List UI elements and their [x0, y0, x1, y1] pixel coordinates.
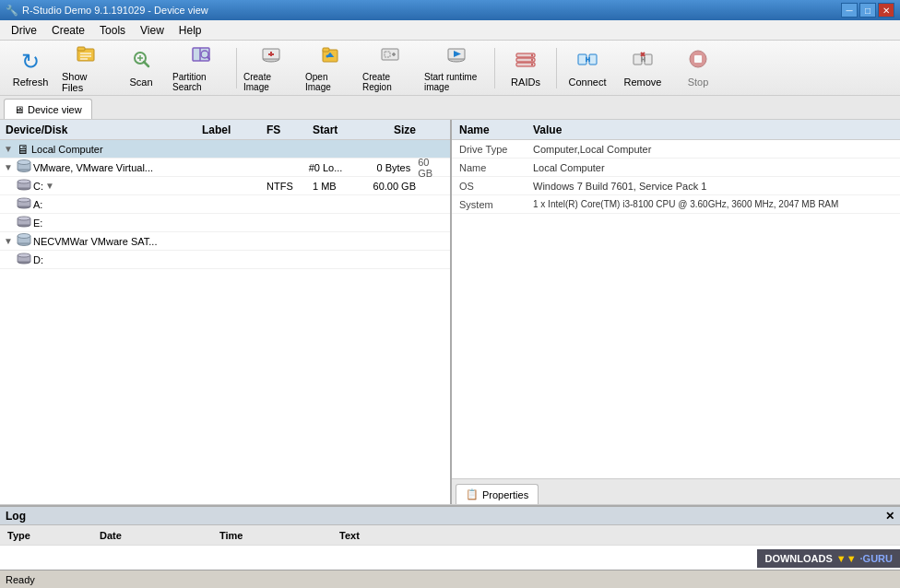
device-name: A: [33, 199, 42, 210]
expand-arrow: ▼ [4, 236, 15, 246]
minimize-button[interactable]: ─ [841, 3, 858, 18]
refresh-button[interactable]: ↻ Refresh [4, 43, 57, 93]
size-cell: 0 Bytes [360, 162, 414, 173]
create-image-icon [261, 44, 281, 70]
raids-button[interactable]: RAIDs [499, 43, 552, 93]
open-image-label: Open Image [305, 72, 355, 92]
computer-icon: 🖥 [17, 142, 30, 157]
status-text: Ready [6, 574, 35, 585]
menu-view[interactable]: View [133, 22, 172, 39]
partition-search-label: Partition Search [172, 72, 230, 92]
scan-button[interactable]: Scan [114, 43, 168, 93]
connect-label: Connect [569, 76, 607, 88]
expand-arrow: ▼ [4, 162, 15, 172]
list-item[interactable]: ▶ E: [0, 214, 450, 232]
list-item[interactable]: ▶ D: [0, 251, 450, 269]
title-bar-left: 🔧 R-Studio Demo 9.1.191029 - Device view [6, 5, 208, 17]
properties-tab-label: Properties [482, 489, 528, 500]
svg-line-12 [207, 57, 209, 59]
properties-tab[interactable]: 📋 Properties [456, 484, 539, 504]
open-image-icon [320, 44, 340, 70]
remove-icon [633, 49, 653, 75]
device-col-header: Device/Disk [0, 122, 198, 138]
size-cell: 60.00 GB [364, 181, 420, 192]
connect-icon [577, 49, 598, 75]
fs-cell: NTFS [263, 181, 309, 192]
raids-label: RAIDs [511, 76, 540, 88]
device-name: Local Computer [31, 144, 103, 155]
log-header: Log ✕ [0, 507, 900, 525]
create-image-button[interactable]: Create Image [241, 43, 301, 93]
menu-bar: Drive Create Tools View Help [0, 20, 900, 41]
prop-name: Drive Type [452, 142, 526, 157]
start-runtime-icon [446, 44, 467, 70]
label-col-header: Label [198, 122, 263, 138]
log-time-header: Time [212, 528, 332, 543]
device-panel: Device/Disk Label FS Start Size ▼ 🖥 Loca… [0, 120, 452, 504]
device-name: D: [33, 254, 43, 265]
svg-point-52 [18, 180, 30, 183]
log-text-header: Text [332, 528, 900, 543]
remove-button[interactable]: Remove [616, 43, 669, 93]
menu-drive[interactable]: Drive [4, 22, 44, 39]
list-item[interactable]: ▼ VMware, VMware Virtual... #0 Lo... 0 B… [0, 159, 450, 177]
close-button[interactable]: ✕ [878, 3, 894, 18]
device-name: VMware, VMware Virtual... [33, 162, 153, 173]
create-image-label: Create Image [243, 72, 298, 92]
menu-create[interactable]: Create [44, 22, 92, 39]
show-files-icon [76, 43, 96, 69]
properties-tab-icon: 📋 [466, 488, 479, 500]
svg-point-31 [531, 59, 533, 61]
watermark: DOWNLOADS ▼▼ ·GURU [757, 549, 900, 568]
partition-search-button[interactable]: Partition Search [170, 43, 232, 93]
connect-button[interactable]: Connect [561, 43, 614, 93]
extra-size: 60 GB [414, 157, 450, 179]
log-close-icon[interactable]: ✕ [885, 510, 894, 523]
expand-arrow: ▼ [4, 144, 15, 154]
watermark-icon: ▼▼ [836, 553, 857, 564]
svg-rect-33 [578, 54, 586, 65]
disk-icon [17, 232, 31, 250]
svg-rect-34 [589, 54, 597, 65]
stop-label: Stop [688, 76, 709, 88]
prop-value-header: Value [526, 122, 900, 138]
device-name: NECVMWar VMware SAT... [33, 236, 157, 247]
separator-2 [494, 48, 495, 88]
list-item[interactable]: ▶ A: [0, 195, 450, 214]
svg-point-30 [531, 54, 533, 56]
log-date-header: Date [92, 528, 212, 543]
list-item: Name Local Computer [452, 159, 900, 177]
device-view-tab[interactable]: 🖥 Device view [4, 99, 92, 119]
prop-value: 1 x Intel(R) Core(TM) i3-8100 CPU @ 3.60… [526, 197, 900, 211]
menu-help[interactable]: Help [172, 22, 209, 39]
properties-table-header: Name Value [452, 120, 900, 140]
list-item[interactable]: ▼ 🖥 Local Computer [0, 140, 450, 159]
device-view-tab-label: Device view [28, 104, 82, 115]
disk-icon [17, 159, 31, 176]
prop-name: Name [452, 160, 526, 175]
scan-label: Scan [129, 76, 152, 88]
list-item[interactable]: ▼ NECVMWar VMware SAT... [0, 232, 450, 251]
scan-icon [131, 49, 151, 75]
app-title: R-Studio Demo 9.1.191029 - Device view [22, 5, 208, 16]
create-region-button[interactable]: Create Region [360, 43, 420, 93]
list-item: OS Windows 7 Build 7601, Service Pack 1 [452, 177, 900, 195]
list-item[interactable]: ▶ C: ▼ NTFS 1 MB 60.00 GB [0, 177, 450, 195]
separator-1 [236, 48, 237, 88]
separator-3 [556, 48, 557, 88]
start-cell: 1 MB [309, 181, 364, 192]
title-bar: 🔧 R-Studio Demo 9.1.191029 - Device view… [0, 0, 900, 20]
device-name: E: [33, 218, 42, 229]
stop-icon [688, 49, 708, 75]
start-runtime-button[interactable]: Start runtime image [421, 43, 491, 93]
svg-point-49 [18, 160, 30, 165]
stop-button[interactable]: Stop [671, 43, 725, 93]
refresh-label: Refresh [13, 76, 49, 88]
open-image-button[interactable]: Open Image [302, 43, 358, 93]
show-files-button[interactable]: Show Files [59, 43, 112, 93]
menu-tools[interactable]: Tools [92, 22, 133, 39]
maximize-button[interactable]: □ [859, 3, 876, 18]
svg-point-19 [326, 54, 329, 57]
prop-name-header: Name [452, 122, 526, 138]
toolbar: ↻ Refresh Show Files Scan [0, 41, 900, 96]
